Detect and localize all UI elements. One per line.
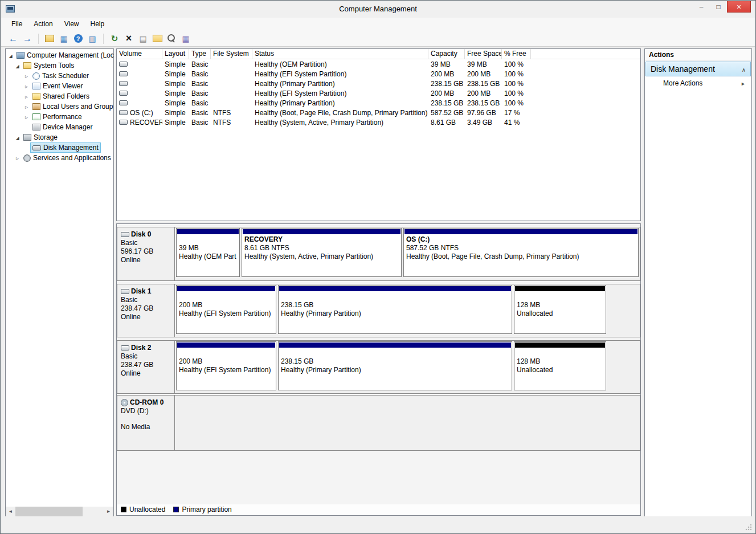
- maximize-button[interactable]: □: [710, 1, 727, 13]
- expander-icon[interactable]: [23, 72, 30, 80]
- tree-item-disk-management[interactable]: Disk Management: [6, 142, 113, 153]
- help-icon[interactable]: [72, 32, 84, 45]
- disk2-partitions: 200 MB Healthy (EFI System Partition) 23…: [175, 341, 640, 393]
- volume-name: RECOVERY: [130, 119, 162, 127]
- expander-icon[interactable]: [14, 62, 21, 70]
- tree-item-storage[interactable]: Storage: [6, 132, 113, 142]
- disk1-partitions: 200 MB Healthy (EFI System Partition) 23…: [175, 284, 640, 337]
- disk2-partition-efi[interactable]: 200 MB Healthy (EFI System Partition): [176, 341, 276, 390]
- tree-item-computer-management[interactable]: Computer Management (Local: [6, 50, 113, 60]
- disk2-info[interactable]: Disk 2 Basic 238.47 GB Online: [117, 341, 175, 393]
- menu-action[interactable]: Action: [28, 18, 58, 31]
- more-actions-item[interactable]: More Actions: [645, 77, 751, 89]
- search-icon[interactable]: [165, 32, 178, 45]
- volume-row-os-c[interactable]: OS (C:) Simple Basic NTFS Healthy (Boot,…: [117, 108, 640, 117]
- tree-item-shared-folders[interactable]: Shared Folders: [6, 91, 113, 101]
- tree-item-label: Device Manager: [43, 123, 92, 131]
- show-action-pane-icon[interactable]: [86, 32, 99, 45]
- menu-bar: File Action View Help: [1, 18, 755, 31]
- disk0-partition-recovery[interactable]: RECOVERY 8.61 GB NTFS Healthy (System, A…: [242, 228, 402, 277]
- show-console-tree-icon[interactable]: [58, 32, 70, 45]
- tree-item-local-users-and-groups[interactable]: Local Users and Groups: [6, 101, 113, 112]
- close-button[interactable]: ×: [727, 1, 751, 13]
- spacer: [121, 415, 171, 423]
- back-icon[interactable]: [7, 32, 19, 45]
- expander-icon[interactable]: [14, 154, 21, 162]
- partition-color-bar: [177, 229, 239, 234]
- expander-icon[interactable]: [23, 92, 30, 100]
- column-header-volume[interactable]: Volume: [117, 49, 162, 59]
- collapse-chevron-icon[interactable]: [742, 64, 746, 74]
- expander-icon[interactable]: [23, 82, 30, 90]
- disk-icon: [121, 345, 129, 350]
- volume-icon: [119, 81, 128, 86]
- resize-grip[interactable]: [745, 524, 752, 531]
- tree-item-label: Event Viewer: [43, 82, 83, 90]
- tree-item-device-manager[interactable]: Device Manager: [6, 122, 113, 132]
- refresh-icon[interactable]: [108, 32, 121, 45]
- column-header-capacity[interactable]: Capacity: [428, 49, 465, 59]
- disk2-partition-primary[interactable]: 238.15 GB Healthy (Primary Partition): [278, 341, 512, 390]
- partition-color-bar: [404, 229, 638, 234]
- disk2-unallocated[interactable]: 128 MB Unallocated: [514, 341, 606, 390]
- column-header-pct-free[interactable]: % Free: [502, 49, 531, 59]
- menu-help[interactable]: Help: [85, 18, 111, 31]
- tree-item-label: Disk Management: [43, 144, 99, 152]
- open-folder-icon[interactable]: [151, 32, 164, 45]
- caption-buttons: – □ ×: [693, 1, 751, 13]
- scrollbar-thumb[interactable]: [15, 507, 83, 516]
- actions-disk-management-header[interactable]: Disk Management: [645, 62, 751, 76]
- expander-icon[interactable]: [14, 133, 21, 141]
- column-header-layout[interactable]: Layout: [162, 49, 189, 59]
- tree-item-system-tools[interactable]: System Tools: [6, 60, 113, 71]
- minimize-button[interactable]: –: [693, 1, 710, 13]
- toolbar-separator: [38, 34, 39, 44]
- tree-item-performance[interactable]: Performance: [6, 112, 113, 122]
- expander-icon[interactable]: [23, 103, 30, 111]
- computer-icon: [17, 52, 24, 59]
- volume-icon: [119, 71, 128, 76]
- forward-icon[interactable]: [21, 32, 34, 45]
- disk1-info[interactable]: Disk 1 Basic 238.47 GB Online: [117, 284, 175, 337]
- export-list-icon[interactable]: [43, 32, 56, 45]
- partition-status: Healthy (System, Active, Primary Partiti…: [244, 252, 399, 261]
- expander-icon[interactable]: [23, 113, 30, 121]
- disk1-partition-primary[interactable]: 238.15 GB Healthy (Primary Partition): [278, 285, 512, 334]
- column-header-free-space[interactable]: Free Space: [465, 49, 502, 59]
- rescan-disks-icon[interactable]: [179, 32, 192, 45]
- cell-layout: Simple: [162, 99, 189, 107]
- disk0-partition-oem[interactable]: 39 MB Healthy (OEM Part: [176, 228, 240, 277]
- column-header-status[interactable]: Status: [252, 49, 428, 59]
- cdrom-info[interactable]: CD-ROM 0 DVD (D:) No Media: [117, 396, 175, 450]
- volume-row[interactable]: Simple Basic Healthy (Primary Partition)…: [117, 98, 640, 108]
- menu-file[interactable]: File: [6, 18, 28, 31]
- tree-item-label: Shared Folders: [43, 92, 89, 100]
- properties-icon[interactable]: [137, 32, 149, 45]
- disk0-info[interactable]: Disk 0 Basic 596.17 GB Online: [117, 227, 175, 280]
- cell-pct-free: 100 %: [502, 89, 531, 97]
- status-bar: [1, 516, 755, 533]
- volume-row[interactable]: Simple Basic Healthy (OEM Partition) 39 …: [117, 59, 640, 69]
- delete-icon[interactable]: [122, 32, 135, 45]
- volume-row[interactable]: Simple Basic Healthy (EFI System Partiti…: [117, 69, 640, 79]
- volume-row[interactable]: Simple Basic Healthy (Primary Partition)…: [117, 79, 640, 88]
- scrollbar-track[interactable]: [15, 507, 104, 516]
- partition-size: 587.52 GB NTFS: [406, 244, 636, 252]
- actions-panel-title: Actions: [645, 49, 751, 61]
- expander-icon[interactable]: [7, 51, 14, 59]
- menu-view[interactable]: View: [59, 18, 85, 31]
- scroll-right-icon[interactable]: [104, 507, 113, 516]
- volume-row[interactable]: Simple Basic Healthy (EFI System Partiti…: [117, 88, 640, 98]
- tree-item-task-scheduler[interactable]: Task Scheduler: [6, 71, 113, 81]
- volume-row-recovery[interactable]: RECOVERY Simple Basic NTFS Healthy (Syst…: [117, 117, 640, 127]
- cell-type: Basic: [189, 60, 211, 68]
- scroll-left-icon[interactable]: [6, 507, 15, 516]
- disk1-unallocated[interactable]: 128 MB Unallocated: [514, 285, 606, 334]
- column-header-file-system[interactable]: File System: [211, 49, 252, 59]
- disk1-partition-efi[interactable]: 200 MB Healthy (EFI System Partition): [176, 285, 276, 334]
- disk0-partition-os-c[interactable]: OS (C:) 587.52 GB NTFS Healthy (Boot, Pa…: [403, 228, 639, 277]
- tree-item-event-viewer[interactable]: Event Viewer: [6, 81, 113, 91]
- cell-file-system: NTFS: [211, 109, 252, 117]
- tree-item-services-and-applications[interactable]: Services and Applications: [6, 153, 113, 163]
- column-header-type[interactable]: Type: [189, 49, 211, 59]
